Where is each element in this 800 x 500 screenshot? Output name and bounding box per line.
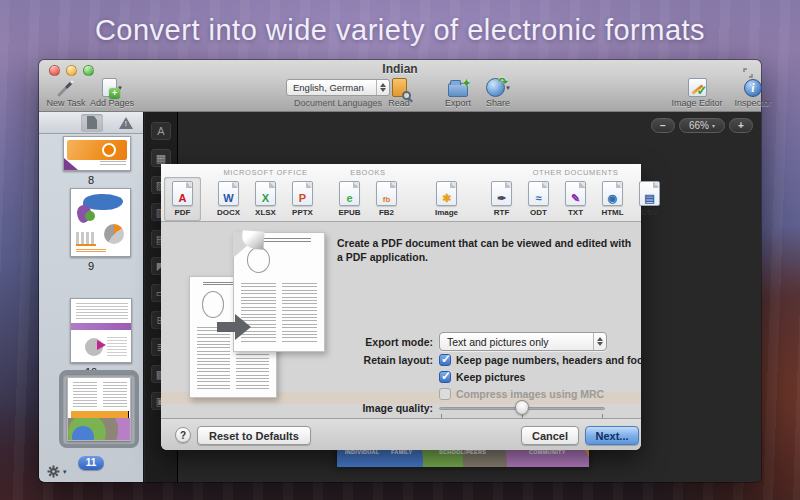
new-task-button[interactable]: New Task bbox=[45, 77, 87, 108]
format-group-other: OTHER DOCUMENTS ✒ RTF ≈ ODT ✎ TXT bbox=[483, 164, 668, 221]
dialog-footer: ? Reset to Defaults Cancel Next... bbox=[161, 418, 641, 450]
page-number: 9 bbox=[39, 260, 143, 272]
xlsx-icon: X bbox=[255, 181, 276, 206]
page-thumbnail-10[interactable] bbox=[70, 298, 132, 363]
zoom-button[interactable] bbox=[83, 65, 94, 76]
export-folder-icon: ✦ bbox=[448, 77, 468, 98]
sidebar-settings-button[interactable]: ▾ bbox=[47, 465, 67, 478]
read-button[interactable]: Read bbox=[381, 77, 417, 108]
inspector-info-icon: i bbox=[744, 77, 762, 98]
read-icon bbox=[392, 77, 407, 98]
next-button[interactable]: Next... bbox=[585, 426, 639, 445]
help-button[interactable]: ? bbox=[175, 427, 191, 443]
format-tab-fb2[interactable]: fb FB2 bbox=[368, 177, 405, 221]
titlebar: Indian bbox=[39, 60, 761, 77]
export-mode-row: Export mode: Text and pictures only bbox=[337, 332, 627, 351]
zoom-out-button[interactable]: − bbox=[651, 118, 675, 133]
tab-pages[interactable] bbox=[81, 114, 103, 132]
add-pages-button[interactable]: +▾ Add Pages bbox=[89, 77, 135, 108]
format-tab-xlsx[interactable]: X XLSX bbox=[247, 177, 284, 221]
format-group-msoffice: MICROSOFT OFFICE W DOCX X XLSX P PPTX bbox=[210, 164, 321, 221]
select-arrows-icon bbox=[593, 333, 606, 350]
html-icon: ◉ bbox=[602, 181, 623, 206]
convert-arrow-icon bbox=[217, 314, 251, 340]
format-tab-html[interactable]: ◉ HTML bbox=[594, 177, 631, 221]
export-mode-value: Text and pictures only bbox=[440, 336, 593, 348]
keep-page-numbers-checkbox[interactable] bbox=[439, 354, 451, 366]
tab-warnings[interactable] bbox=[115, 114, 137, 132]
csv-icon: ▤ bbox=[639, 181, 660, 206]
zoom-controls: − 66%▾ + bbox=[651, 118, 753, 133]
reset-defaults-button[interactable]: Reset to Defaults bbox=[197, 426, 311, 445]
format-tab-pptx[interactable]: P PPTX bbox=[284, 177, 321, 221]
docx-icon: W bbox=[218, 181, 239, 206]
image-quality-slider[interactable] bbox=[439, 400, 605, 416]
language-caption: Document Languages bbox=[286, 98, 390, 108]
magic-wand-icon bbox=[56, 77, 76, 98]
language-value: English, German bbox=[287, 82, 376, 93]
window-header: Indian New Task +▾ Add Pages English, Ge… bbox=[39, 60, 761, 112]
format-tab-epub[interactable]: e EPUB bbox=[331, 177, 368, 221]
share-button[interactable]: ↷▾ Share bbox=[477, 77, 519, 108]
format-bar: A PDF MICROSOFT OFFICE W DOCX X bbox=[161, 164, 641, 222]
zoom-in-button[interactable]: + bbox=[729, 118, 753, 133]
toolbar: New Task +▾ Add Pages English, German Do… bbox=[39, 77, 761, 111]
retain-layout-row-1: Retain layout: Keep page numbers, header… bbox=[337, 354, 641, 366]
traffic-lights bbox=[49, 65, 94, 76]
export-dialog: A PDF MICROSOFT OFFICE W DOCX X bbox=[161, 164, 641, 450]
conversion-preview bbox=[175, 230, 335, 412]
zoom-level[interactable]: 66%▾ bbox=[679, 118, 725, 133]
format-tab-txt[interactable]: ✎ TXT bbox=[557, 177, 594, 221]
rtf-icon: ✒ bbox=[491, 181, 512, 206]
window-title: Indian bbox=[39, 60, 761, 78]
export-button[interactable]: ✦ Export bbox=[437, 77, 479, 108]
odt-icon: ≈ bbox=[528, 181, 549, 206]
text-tool[interactable]: A bbox=[151, 122, 171, 140]
sidebar-tabs bbox=[39, 112, 143, 134]
image-quality-row: Image quality: bbox=[337, 400, 627, 416]
fb2-icon: fb bbox=[376, 181, 397, 206]
retain-layout-label: Retain layout: bbox=[337, 354, 433, 366]
cancel-button[interactable]: Cancel bbox=[521, 426, 579, 445]
document-languages-select[interactable]: English, German bbox=[286, 79, 390, 96]
image-editor-button[interactable]: ✓ Image Editor bbox=[667, 77, 727, 108]
page-thumbnail-9[interactable] bbox=[70, 188, 131, 257]
gear-caret-icon: ▾ bbox=[63, 468, 67, 476]
format-tab-csv[interactable]: ▤ CSV bbox=[631, 177, 668, 221]
compress-mrc-checkbox[interactable] bbox=[439, 388, 451, 400]
banner-title: Convert into wide variety of electronic … bbox=[95, 14, 705, 47]
page-thumbnail-8[interactable] bbox=[63, 136, 131, 171]
export-mode-select[interactable]: Text and pictures only bbox=[439, 332, 607, 351]
image-quality-label: Image quality: bbox=[337, 402, 433, 414]
format-tab-image[interactable]: ✱ Image bbox=[428, 177, 465, 221]
format-group-ebooks: EBOOKS e EPUB fb FB2 bbox=[331, 164, 405, 221]
page-icon bbox=[87, 116, 97, 129]
epub-icon: e bbox=[339, 181, 360, 206]
editor-area: 8 9 10 11 ▾ A ▦ ▨ bbox=[39, 112, 761, 482]
txt-icon: ✎ bbox=[565, 181, 586, 206]
minimize-button[interactable] bbox=[66, 65, 77, 76]
image-icon: ✱ bbox=[436, 181, 457, 206]
retain-layout-row-2: Keep pictures bbox=[337, 371, 525, 383]
page-number: 8 bbox=[39, 174, 143, 186]
format-group-image: ✱ Image bbox=[428, 164, 465, 221]
inspector-button[interactable]: i Inspector bbox=[729, 77, 777, 108]
app-window: Indian New Task +▾ Add Pages English, Ge… bbox=[39, 60, 761, 482]
format-tab-rtf[interactable]: ✒ RTF bbox=[483, 177, 520, 221]
slider-thumb[interactable] bbox=[515, 400, 529, 415]
image-editor-icon: ✓ bbox=[688, 77, 707, 98]
pdf-icon: A bbox=[172, 181, 193, 206]
gear-icon bbox=[47, 465, 60, 478]
add-pages-icon: +▾ bbox=[102, 77, 122, 98]
chevron-down-icon: ▾ bbox=[712, 122, 715, 129]
page-thumbnail-11-selected[interactable] bbox=[59, 370, 139, 448]
dialog-body: Create a PDF document that can be viewed… bbox=[161, 222, 641, 418]
close-button[interactable] bbox=[49, 65, 60, 76]
keep-pictures-checkbox[interactable] bbox=[439, 371, 451, 383]
format-tab-pdf[interactable]: A PDF bbox=[164, 177, 201, 221]
format-tab-odt[interactable]: ≈ ODT bbox=[520, 177, 557, 221]
retain-layout-row-3: Compress images using MRC bbox=[337, 388, 604, 400]
format-tab-docx[interactable]: W DOCX bbox=[210, 177, 247, 221]
share-globe-icon: ↷▾ bbox=[486, 77, 510, 98]
pages-sidebar: 8 9 10 11 ▾ bbox=[39, 112, 144, 482]
